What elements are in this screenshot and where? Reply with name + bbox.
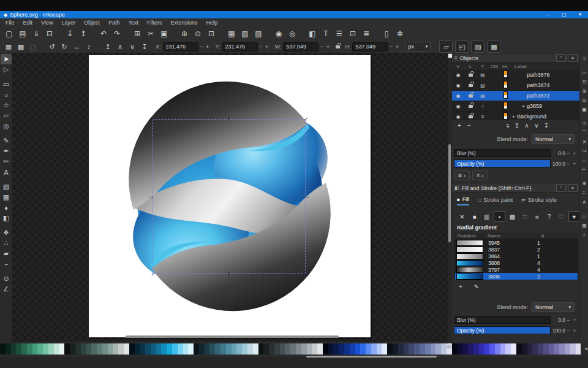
raise-button[interactable]: ∧ bbox=[114, 41, 126, 52]
palette-swatch[interactable] bbox=[484, 343, 489, 355]
dropper-tool[interactable]: ♦ bbox=[1, 202, 12, 213]
unlock-icon[interactable] bbox=[464, 103, 477, 109]
deselect-button[interactable]: ▢ bbox=[27, 41, 39, 52]
palette-swatch[interactable] bbox=[269, 343, 274, 355]
layer-lock-toggle[interactable]: ≡∧ bbox=[472, 171, 488, 180]
zoom-tool[interactable]: ⊙ bbox=[1, 274, 12, 284]
layer-visibility-toggle[interactable]: ≣∧ bbox=[454, 171, 470, 180]
rotate-cw-button[interactable]: ↻ bbox=[58, 41, 70, 52]
save-button[interactable]: ⇓ bbox=[29, 28, 43, 40]
gradient-row-3864[interactable]: 3864 1 bbox=[455, 253, 578, 259]
snap-bbox-midpoints-toggle[interactable]: ⊡ bbox=[581, 96, 588, 105]
paint-unknown-button[interactable]: ? bbox=[544, 212, 554, 221]
blur-decrement[interactable]: − bbox=[565, 317, 571, 323]
palette-swatch[interactable] bbox=[102, 343, 108, 355]
expander-icon[interactable]: ▸ bbox=[521, 104, 527, 109]
lower-button[interactable]: ∨ bbox=[126, 41, 138, 52]
palette-swatch[interactable] bbox=[274, 343, 280, 355]
palette-swatch[interactable] bbox=[565, 343, 570, 355]
visibility-eye-icon[interactable]: ◉ bbox=[452, 72, 464, 78]
snap-midpoints-toggle[interactable]: ⊢ bbox=[581, 165, 588, 174]
spin-input[interactable]: 537.049 bbox=[283, 42, 318, 52]
duplicate-button[interactable]: ▦ bbox=[225, 28, 238, 40]
gradient-row-3808[interactable]: 3808 4 bbox=[455, 259, 578, 266]
palette-swatch[interactable] bbox=[382, 343, 387, 355]
palette-swatch[interactable] bbox=[27, 343, 32, 355]
select-all-layers-button[interactable]: ▩ bbox=[15, 41, 27, 52]
palette-swatch[interactable] bbox=[280, 343, 285, 355]
gradient-row-3837[interactable]: 3837 2 bbox=[455, 246, 578, 253]
tab-fill[interactable]: ■ Fill bbox=[457, 196, 469, 205]
text-dialog-button[interactable]: T bbox=[319, 28, 333, 40]
document-page[interactable]: ↔ ↔ ↔ ↔ ↕ ↕ ↔ ↔ bbox=[89, 55, 371, 337]
expander-icon[interactable]: ▸ bbox=[511, 114, 517, 119]
bezier-tool[interactable]: ✒ bbox=[1, 146, 12, 156]
palette-swatch[interactable] bbox=[398, 343, 404, 355]
canvas-horizontal-scrollbar[interactable] bbox=[126, 335, 339, 338]
palette-swatch[interactable] bbox=[425, 343, 431, 355]
palette-swatch[interactable] bbox=[344, 343, 350, 355]
zoom-selection-button[interactable]: ⊕ bbox=[178, 28, 191, 40]
selection-box[interactable]: ↔ ↔ ↔ ↔ ↕ ↕ ↔ ↔ bbox=[153, 119, 306, 274]
object-row-path3876[interactable]: ◉ ▤ path3876 bbox=[452, 70, 579, 80]
palette-swatch[interactable] bbox=[559, 343, 565, 355]
palette-swatch[interactable] bbox=[500, 343, 506, 355]
snap-page-border-toggle[interactable]: □ bbox=[581, 212, 588, 221]
zoom-drawing-button[interactable]: ⊙ bbox=[191, 28, 205, 40]
palette-swatch[interactable] bbox=[70, 343, 75, 355]
panel-close-button[interactable]: ✕ bbox=[568, 184, 578, 192]
paint-unset-button[interactable]: ■ bbox=[532, 212, 542, 221]
menu-item[interactable]: Filters bbox=[143, 18, 167, 27]
increment-button[interactable]: + bbox=[394, 44, 400, 50]
palette-scroll-left-icon[interactable]: ◂ bbox=[584, 345, 587, 351]
copy-button[interactable]: ⊞ bbox=[130, 28, 144, 40]
layer-blur-slider[interactable]: Blur (%) 0.0 − + bbox=[452, 148, 579, 158]
paste-button[interactable]: ▣ bbox=[157, 28, 171, 40]
menu-item[interactable]: Layer bbox=[57, 18, 80, 27]
select-all-button[interactable]: ▦ bbox=[2, 41, 15, 52]
palette-swatch[interactable] bbox=[360, 343, 366, 355]
highlight-color-chip[interactable] bbox=[500, 71, 511, 79]
snap-bbox-centers-toggle[interactable]: ▣ bbox=[581, 105, 588, 114]
fill-rule-nonzero-button[interactable]: ♥ bbox=[568, 211, 580, 222]
unlock-icon[interactable] bbox=[464, 82, 477, 88]
lower-to-bottom-button[interactable]: ↧ bbox=[541, 121, 551, 129]
palette-swatch[interactable] bbox=[263, 343, 269, 355]
palette-swatch[interactable] bbox=[538, 343, 543, 355]
palette-swatch[interactable] bbox=[247, 343, 253, 355]
zoom-page-button[interactable]: ⊡ bbox=[205, 28, 218, 40]
snap-bbox-corners-toggle[interactable]: ⊞ bbox=[581, 86, 588, 96]
blur-increment[interactable]: + bbox=[571, 150, 578, 156]
palette-swatch[interactable] bbox=[258, 343, 264, 355]
palette-swatch[interactable] bbox=[215, 343, 221, 355]
minimize-button[interactable]: – bbox=[540, 11, 556, 18]
unlock-icon[interactable] bbox=[464, 72, 477, 78]
palette-swatch[interactable] bbox=[420, 343, 425, 355]
palette-swatch[interactable] bbox=[323, 343, 328, 355]
increment-button[interactable]: + bbox=[264, 44, 270, 50]
snap-nodes-toggle[interactable]: ⊃ bbox=[581, 119, 588, 128]
palette-swatch[interactable] bbox=[312, 343, 317, 355]
palette-swatch[interactable] bbox=[81, 343, 86, 355]
snap-guides-toggle[interactable]: ⊥ bbox=[581, 230, 588, 239]
lock-width-height-icon[interactable] bbox=[336, 45, 340, 48]
palette-swatch[interactable] bbox=[393, 343, 398, 355]
tab-stroke-style[interactable]: ⇄ Stroke style bbox=[521, 196, 557, 205]
layers-dialog-button[interactable]: ≣ bbox=[360, 28, 373, 40]
palette-swatch[interactable] bbox=[532, 343, 538, 355]
palette-swatch[interactable] bbox=[339, 343, 344, 355]
add-object-button[interactable]: + bbox=[454, 121, 464, 129]
palette-swatch[interactable] bbox=[113, 343, 118, 355]
palette-swatch[interactable] bbox=[317, 343, 323, 355]
snap-object-centers-toggle[interactable]: ✻ bbox=[581, 179, 588, 188]
palette-lock-icon[interactable] bbox=[447, 345, 451, 348]
snap-intersections-toggle[interactable]: ✕ bbox=[581, 137, 588, 147]
palette-swatch[interactable] bbox=[576, 343, 581, 355]
raise-to-top-button[interactable]: ↥ bbox=[512, 121, 522, 129]
palette-swatch[interactable] bbox=[156, 343, 162, 355]
palette-swatch[interactable] bbox=[172, 343, 178, 355]
palette-swatch[interactable] bbox=[290, 343, 296, 355]
palette-swatch[interactable] bbox=[387, 343, 393, 355]
visibility-eye-icon[interactable]: ◉ bbox=[452, 93, 464, 99]
palette-swatch[interactable] bbox=[194, 343, 199, 355]
